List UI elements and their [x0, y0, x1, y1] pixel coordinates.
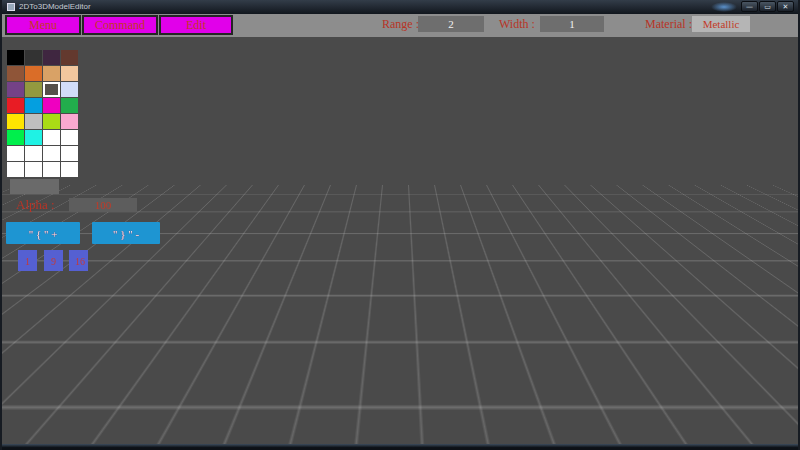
width-input[interactable]: 1	[540, 16, 604, 32]
alpha-label: Alpha :	[16, 197, 55, 213]
color-swatch[interactable]	[25, 50, 42, 65]
color-swatch[interactable]	[25, 66, 42, 81]
app-icon	[7, 3, 15, 11]
voxel-model[interactable]	[338, 285, 508, 385]
color-swatch[interactable]	[7, 162, 24, 177]
color-swatch[interactable]	[25, 162, 42, 177]
color-swatch[interactable]	[61, 82, 78, 97]
color-swatch[interactable]	[61, 146, 78, 161]
mode-label: Mode :	[16, 397, 53, 413]
color-swatch[interactable]	[61, 162, 78, 177]
color-swatch[interactable]	[43, 66, 60, 81]
command-button[interactable]: Command	[82, 15, 158, 35]
size-button-1[interactable]: 1	[18, 250, 37, 271]
material-label: Material :	[645, 17, 692, 32]
color-swatch[interactable]	[25, 82, 42, 97]
color-swatch[interactable]	[43, 114, 60, 129]
hint-select-color: mouse_Right click on the color grid to s…	[454, 403, 730, 418]
color-swatch[interactable]	[25, 146, 42, 161]
color-swatch[interactable]	[25, 98, 42, 113]
toolbar: Menu Command Edit Range : 2 Width : 1 Ma…	[2, 14, 798, 37]
color-swatch[interactable]	[7, 114, 24, 129]
range-input[interactable]: 2	[418, 16, 484, 32]
brush-increase-button[interactable]: " { " +	[6, 222, 80, 244]
window-title: 2DTo3DModelEditor	[19, 0, 91, 14]
color-swatch[interactable]	[7, 130, 24, 145]
material-select[interactable]: Metallic	[692, 16, 750, 32]
color-swatch[interactable]	[61, 130, 78, 145]
color-palette	[7, 50, 78, 177]
minimize-button[interactable]: —	[741, 1, 758, 12]
color-swatch[interactable]	[25, 130, 42, 145]
app-window: 2DTo3DModelEditor — ▭ ✕ Menu Command Edi…	[0, 0, 800, 450]
axis-y-tip	[561, 323, 564, 332]
maximize-button[interactable]: ▭	[759, 1, 776, 12]
color-swatch[interactable]	[7, 66, 24, 81]
current-color-preview	[10, 179, 59, 194]
range-label: Range :	[382, 17, 419, 32]
aero-glow	[711, 2, 737, 12]
size-button-16[interactable]: 16	[69, 250, 88, 271]
axis-gizmo[interactable]	[558, 291, 628, 341]
mode-select[interactable]: SOLID	[57, 396, 137, 412]
color-swatch[interactable]	[7, 146, 24, 161]
color-swatch[interactable]	[25, 114, 42, 129]
menu-button[interactable]: Menu	[5, 15, 81, 35]
floor-grid[interactable]	[2, 37, 798, 185]
title-bar[interactable]: 2DTo3DModelEditor — ▭ ✕	[2, 0, 798, 14]
size-button-9[interactable]: 9	[44, 250, 63, 271]
color-swatch[interactable]	[43, 82, 60, 97]
close-button[interactable]: ✕	[777, 1, 794, 12]
color-swatch[interactable]	[43, 130, 60, 145]
color-swatch[interactable]	[61, 66, 78, 81]
viewport-3d[interactable]: Alpha : 100 " { " + " } " - 1 9 16 Model…	[2, 37, 798, 444]
window-bottom-frame	[2, 444, 798, 450]
color-swatch[interactable]	[43, 146, 60, 161]
color-swatch[interactable]	[7, 98, 24, 113]
color-swatch[interactable]	[61, 114, 78, 129]
color-swatch[interactable]	[61, 50, 78, 65]
hint-paint-delete: Paint to the model lattice 'delete'key t…	[426, 427, 766, 442]
edit-button[interactable]: Edit	[159, 15, 233, 35]
brush-decrease-button[interactable]: " } " -	[92, 222, 160, 244]
width-label: Width :	[499, 17, 535, 32]
color-swatch[interactable]	[43, 162, 60, 177]
alpha-input[interactable]: 100	[69, 198, 137, 212]
axis-origin	[565, 297, 574, 306]
color-swatch[interactable]	[43, 98, 60, 113]
color-swatch[interactable]	[7, 82, 24, 97]
color-swatch[interactable]	[7, 50, 24, 65]
color-swatch[interactable]	[61, 98, 78, 113]
color-swatch[interactable]	[43, 50, 60, 65]
